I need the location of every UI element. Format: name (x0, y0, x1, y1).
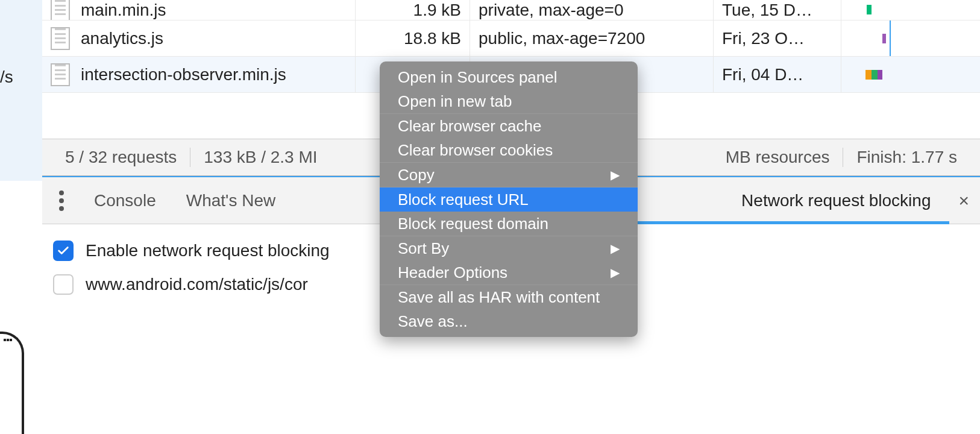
waterfall-bar (867, 5, 872, 14)
status-requests: 5 / 32 requests (52, 148, 190, 167)
waterfall-bar (882, 34, 886, 43)
status-finish: Finish: 1.77 s (843, 148, 970, 167)
row-name: analytics.js (81, 29, 163, 48)
ctx-block-domain[interactable]: Block request domain (380, 212, 638, 236)
status-resources: MB resources (712, 148, 843, 167)
ctx-sort-by[interactable]: Sort By▶ (380, 236, 638, 260)
row-name: main.min.js (81, 1, 166, 20)
file-icon (51, 27, 70, 50)
close-icon[interactable]: × (958, 190, 969, 211)
kebab-icon[interactable] (53, 188, 70, 213)
row-date: Fri, 23 O… (714, 20, 841, 56)
file-icon (51, 63, 70, 86)
context-menu: Open in Sources panel Open in new tab Cl… (380, 61, 638, 337)
ctx-block-url[interactable]: Block request URL (380, 187, 638, 212)
ctx-open-sources[interactable]: Open in Sources panel (380, 65, 638, 89)
enable-blocking-label: Enable network request blocking (86, 241, 330, 260)
chevron-right-icon: ▶ (611, 168, 620, 182)
ctx-copy[interactable]: Copy▶ (380, 163, 638, 187)
ctx-clear-cookies[interactable]: Clear browser cookies (380, 138, 638, 162)
pattern-checkbox[interactable] (53, 274, 74, 295)
chevron-right-icon: ▶ (611, 265, 620, 280)
ctx-header-options[interactable]: Header Options▶ (380, 260, 638, 285)
row-cache: private, max-age=0 (470, 0, 714, 20)
device-frame (0, 332, 24, 434)
row-cache: public, max-age=7200 (470, 20, 714, 56)
ctx-save-har[interactable]: Save all as HAR with content (380, 285, 638, 309)
tab-console[interactable]: Console (88, 191, 162, 210)
chevron-right-icon: ▶ (611, 241, 620, 256)
tab-network-blocking[interactable]: Network request blocking (735, 191, 937, 210)
row-date: Tue, 15 D… (714, 0, 841, 20)
waterfall-bar (872, 70, 878, 80)
ctx-label: Copy (398, 166, 435, 184)
ctx-save-as[interactable]: Save as... (380, 309, 638, 333)
file-icon (51, 0, 70, 20)
ctx-label: Sort By (398, 239, 449, 258)
status-transferred: 133 kB / 2.3 MI (190, 148, 330, 167)
waterfall-bar (865, 70, 872, 80)
enable-blocking-checkbox[interactable] (53, 241, 74, 261)
row-name: intersection-observer.min.js (81, 65, 286, 84)
cutoff-label: /s (0, 68, 13, 87)
table-row[interactable]: main.min.js 1.9 kB private, max-age=0 Tu… (42, 0, 980, 20)
waterfall-line (890, 20, 891, 56)
waterfall-bar (878, 70, 882, 80)
ctx-open-tab[interactable]: Open in new tab (380, 89, 638, 113)
row-date: Fri, 04 D… (714, 57, 841, 92)
ctx-label: Header Options (398, 263, 507, 282)
ctx-clear-cache[interactable]: Clear browser cache (380, 114, 638, 138)
left-fringe (0, 0, 42, 181)
pattern-label: www.android.com/static/js/cor (86, 275, 308, 294)
row-size: 1.9 kB (356, 0, 470, 20)
tab-whats-new[interactable]: What's New (180, 191, 282, 210)
table-row[interactable]: analytics.js 18.8 kB public, max-age=720… (42, 20, 980, 57)
row-size: 18.8 kB (356, 20, 470, 56)
